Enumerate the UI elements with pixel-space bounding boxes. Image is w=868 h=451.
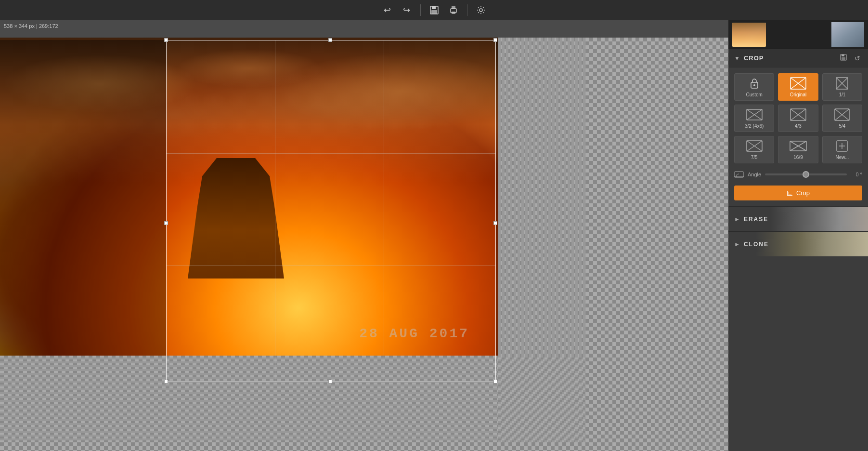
undo-button[interactable]: ↩ (380, 2, 395, 18)
svg-rect-5 (452, 12, 455, 14)
ratio-3-2-label: 3/2 (4x6) (745, 123, 764, 129)
erase-chevron-icon: ► (734, 216, 741, 223)
crop-apply-button[interactable]: Crop (734, 186, 862, 200)
clone-section-header[interactable]: ► CLONE (728, 231, 868, 256)
redo-button[interactable]: ↪ (399, 2, 415, 18)
svg-rect-4 (452, 6, 455, 9)
angle-slider[interactable] (765, 173, 847, 175)
ratio-4-3-label: 4/3 (795, 123, 802, 129)
angle-value: 0 ° (851, 172, 862, 177)
ratio-grid: Custom Original (728, 67, 868, 169)
ratio-7-5-label: 7/5 (751, 155, 758, 160)
image-dimensions: 538 × 344 px | 269:172 (4, 23, 58, 29)
ratio-1-1-icon (833, 77, 851, 90)
status-bar: 538 × 344 px | 269:172 (4, 23, 58, 29)
clone-label: CLONE (744, 241, 769, 248)
checker-right (498, 38, 585, 356)
ratio-1-1-button[interactable]: 1/1 (822, 73, 862, 101)
top-right-thumbnail (831, 22, 864, 47)
butte-shape (188, 158, 284, 279)
ratio-5-4-button[interactable]: 5/4 (822, 105, 862, 132)
canvas-area[interactable]: 538 × 344 px | 269:172 28 AUG 2017 (0, 20, 728, 451)
crop-section-header: ▼ CROP ↺ (728, 49, 868, 67)
svg-rect-8 (842, 54, 844, 56)
crop-button-container: Crop (728, 183, 868, 206)
svg-rect-1 (432, 6, 436, 9)
ratio-new-button[interactable]: New... (822, 136, 862, 163)
checker-br (498, 356, 585, 442)
clone-chevron-icon: ► (734, 241, 741, 248)
original-icon (790, 77, 807, 90)
main-content: 538 × 344 px | 269:172 28 AUG 2017 (0, 20, 868, 451)
angle-icon (734, 171, 744, 178)
checker-bottom (0, 356, 498, 442)
erase-section-header[interactable]: ► ERASE (728, 206, 868, 231)
plus-icon (833, 139, 851, 153)
ratio-3-2-icon (746, 108, 763, 121)
ratio-5-4-label: 5/4 (839, 123, 845, 129)
svg-point-6 (479, 9, 482, 12)
ratio-16-9-button[interactable]: 16/9 (778, 136, 818, 163)
crop-apply-label: Crop (796, 189, 810, 197)
angle-control: Angle 0 ° (728, 169, 868, 183)
toolbar-separator-1 (420, 4, 421, 16)
thumbnail-image (732, 23, 766, 47)
save-button[interactable] (427, 2, 442, 18)
svg-rect-2 (431, 10, 437, 14)
right-panel: ▼ CROP ↺ (728, 20, 868, 451)
ratio-new-label: New... (835, 155, 849, 160)
photo-image: 28 AUG 2017 (0, 38, 498, 356)
print-button[interactable] (446, 2, 461, 18)
ratio-original-button[interactable]: Original (778, 73, 818, 101)
erase-label: ERASE (744, 216, 768, 223)
svg-point-11 (753, 84, 755, 86)
ratio-4-3-icon (790, 108, 807, 121)
svg-rect-9 (842, 57, 845, 60)
ratio-7-5-icon (746, 139, 763, 153)
crop-collapse-chevron[interactable]: ▼ (734, 55, 740, 62)
toolbar-separator-2 (467, 4, 467, 16)
canvas-wrapper: 28 AUG 2017 (0, 38, 728, 451)
ratio-original-label: Original (790, 92, 806, 97)
panel-thumbnail-area (728, 20, 868, 49)
ratio-5-4-icon (833, 108, 851, 121)
toolbar: ↩ ↪ (0, 0, 868, 20)
ratio-custom-button[interactable]: Custom (734, 73, 774, 101)
crop-header-title: CROP (744, 54, 834, 62)
ratio-custom-label: Custom (746, 92, 762, 97)
ratio-16-9-label: 16/9 (793, 155, 803, 160)
ratio-7-5-button[interactable]: 7/5 (734, 136, 774, 163)
ratio-4-3-button[interactable]: 4/3 (778, 105, 818, 132)
settings-button[interactable] (473, 2, 489, 18)
ratio-16-9-icon (790, 139, 807, 153)
angle-label: Angle (748, 172, 761, 177)
crop-save-icon-button[interactable] (838, 53, 849, 63)
crop-reset-button[interactable]: ↺ (853, 53, 862, 63)
lock-icon (746, 77, 763, 90)
ratio-3-2-button[interactable]: 3/2 (4x6) (734, 105, 774, 132)
ratio-1-1-label: 1/1 (839, 92, 845, 97)
date-watermark: 28 AUG 2017 (359, 326, 469, 341)
